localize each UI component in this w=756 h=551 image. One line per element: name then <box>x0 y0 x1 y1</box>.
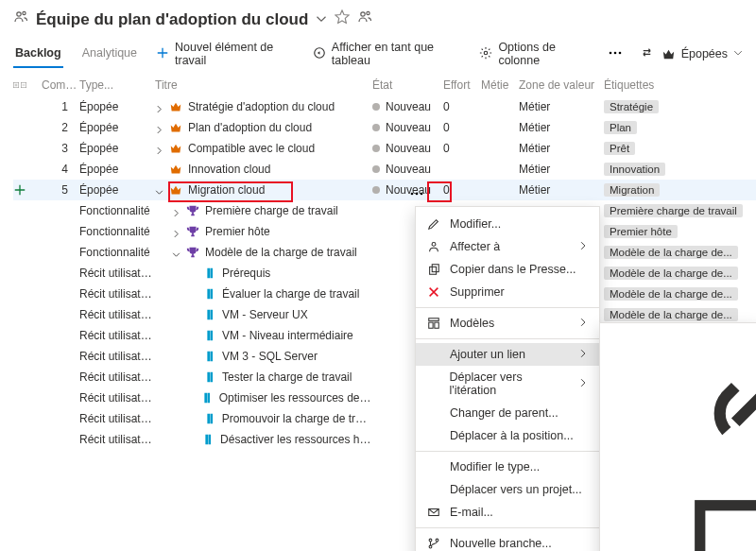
book-icon <box>203 412 216 425</box>
table-row[interactable]: 4ÉpopéeInnovation cloudNouveauMétierInno… <box>13 159 756 180</box>
menu-move-position[interactable]: Déplacer à la position... <box>416 424 599 447</box>
state-dot-icon <box>372 103 380 111</box>
row-area: Métier <box>519 183 604 197</box>
chevron-right-icon[interactable] <box>155 124 163 132</box>
row-title[interactable]: VM - Serveur UX <box>155 308 372 321</box>
row-title[interactable]: Premier hôte <box>155 225 372 238</box>
menu-move-iteration[interactable]: Déplacer vers l'itération <box>416 366 599 402</box>
row-title[interactable]: VM - Niveau intermédiaire <box>155 329 372 342</box>
scope-selector[interactable]: Épopées <box>662 47 743 61</box>
table-row[interactable]: 1ÉpopéeStratégie d'adoption du cloudNouv… <box>13 96 756 117</box>
row-title-text: VM - Serveur UX <box>222 308 308 321</box>
chevron-down-icon[interactable] <box>316 10 327 29</box>
row-title[interactable]: Compatible avec le cloud <box>155 142 372 155</box>
row-title-text: Première charge de travail <box>205 204 338 217</box>
menu-change-type[interactable]: Modifier le type... <box>416 456 599 478</box>
star-icon[interactable] <box>335 9 350 29</box>
menu-edit[interactable]: Modifier... <box>416 213 599 235</box>
col-type[interactable]: Type... <box>79 78 155 92</box>
chevron-right-icon[interactable] <box>172 207 180 215</box>
new-item-icon <box>611 488 756 551</box>
menu-move-project[interactable]: Déplacer vers un projet... <box>416 478 599 501</box>
context-menu: Modifier... Affecter à Copier dans le Pr… <box>415 206 600 551</box>
gear-icon <box>479 46 492 62</box>
table-row[interactable]: 3ÉpopéeCompatible avec le cloudNouveau0M… <box>13 138 756 159</box>
row-title[interactable]: Plan d'adoption du cloud <box>155 121 372 134</box>
row-type: Récit utilisateur <box>79 308 155 321</box>
expand-all[interactable] <box>13 80 26 90</box>
menu-copy[interactable]: Copier dans le Presse... <box>416 258 599 281</box>
row-state: Nouveau <box>372 100 443 113</box>
chevron-right-icon[interactable] <box>155 103 163 112</box>
table-row[interactable]: Récit utilisateurÉvaluer la charge de tr… <box>13 284 756 304</box>
row-title[interactable]: Évaluer la charge de travail <box>155 287 372 301</box>
tab-backlog[interactable]: Backlog <box>13 41 63 67</box>
switch-icon[interactable] <box>640 45 654 62</box>
plus-icon <box>156 46 169 62</box>
tab-analytics[interactable]: Analytique <box>80 41 139 67</box>
row-tag: Plan <box>604 121 756 134</box>
row-title[interactable]: Première charge de travail <box>155 204 372 217</box>
submenu-new-item[interactable]: Nouvel élément... <box>600 483 756 551</box>
menu-change-parent[interactable]: Changer de parent... <box>416 402 599 424</box>
row-title[interactable]: Migration cloud <box>155 183 372 197</box>
column-options-button[interactable]: Options de colonne <box>479 41 590 67</box>
book-icon <box>201 433 215 446</box>
col-effort[interactable]: Effort <box>443 78 481 92</box>
row-tag: Prêt <box>604 142 756 155</box>
row-area: Métier <box>519 163 604 176</box>
row-title[interactable]: VM 3 - SQL Server <box>155 350 372 363</box>
row-title[interactable]: Promouvoir la charge de travail <box>155 412 372 425</box>
row-title-text: Premier hôte <box>205 225 270 238</box>
board-icon <box>313 46 326 62</box>
row-title-text: Évaluer la charge de travail <box>222 287 359 301</box>
row-type: Récit utilisateur <box>79 350 155 363</box>
row-area: Métier <box>519 121 604 134</box>
row-title[interactable]: Innovation cloud <box>155 163 372 176</box>
menu-templates[interactable]: Modèles <box>416 312 599 335</box>
more-commands-button[interactable] <box>608 45 623 63</box>
row-title-text: Migration cloud <box>188 183 265 197</box>
row-title-text: Tester la charge de travail <box>222 370 352 384</box>
row-order: 2 <box>42 121 79 134</box>
chevron-down-icon <box>733 47 743 60</box>
chevron-right-icon[interactable] <box>155 145 163 153</box>
book-icon <box>203 267 216 280</box>
new-work-item-button[interactable]: Nouvel élément de travail <box>156 41 296 67</box>
menu-delete[interactable]: Supprimer <box>416 281 599 303</box>
chevron-right-icon[interactable] <box>172 228 180 236</box>
chevron-down-icon[interactable] <box>172 249 180 257</box>
row-tag: Modèle de la charge de... <box>604 267 756 280</box>
table-row[interactable]: FonctionnalitéModèle de la charge de tra… <box>13 242 756 263</box>
submenu-existing-item[interactable]: Élément existant... <box>600 329 756 483</box>
row-type: Fonctionnalité <box>79 204 155 217</box>
menu-email[interactable]: E-mail... <box>416 501 599 524</box>
view-as-board-button[interactable]: Afficher en tant que tableau <box>313 41 463 67</box>
col-state[interactable]: État <box>372 78 443 92</box>
table-row[interactable]: Récit utilisateurPrérequisMétierModèle d… <box>13 263 756 284</box>
table-row[interactable]: FonctionnalitéPremier hôteMétierPremier … <box>13 221 756 242</box>
row-title[interactable]: Prérequis <box>155 267 372 280</box>
table-row[interactable]: 5ÉpopéeMigration cloudNouveau0MétierMigr… <box>13 180 756 200</box>
team-settings-icon[interactable] <box>357 9 372 29</box>
col-order[interactable]: Commande <box>42 78 79 92</box>
row-title[interactable]: Désactiver les ressources hors service <box>155 433 372 446</box>
row-type: Récit utilisateur <box>79 433 155 446</box>
row-title[interactable]: Optimiser les ressources de la charge de… <box>155 391 372 405</box>
table-row[interactable]: FonctionnalitéPremière charge de travail… <box>13 200 756 221</box>
menu-add-link[interactable]: Ajouter un lien <box>416 343 599 366</box>
col-title[interactable]: Titre <box>155 78 372 92</box>
add-child-button[interactable] <box>13 183 26 197</box>
menu-assign[interactable]: Affecter à <box>416 235 599 258</box>
row-title[interactable]: Tester la charge de travail <box>155 370 372 384</box>
row-effort: 0 <box>443 183 481 197</box>
col-metier[interactable]: Métie <box>481 78 519 92</box>
col-area[interactable]: Zone de valeur <box>519 78 604 92</box>
row-title[interactable]: Modèle de la charge de travail <box>155 246 372 259</box>
row-title[interactable]: Stratégie d'adoption du cloud <box>155 100 372 113</box>
chevron-down-icon[interactable] <box>155 186 163 195</box>
row-actions-button[interactable] <box>408 185 425 202</box>
table-row[interactable]: 2ÉpopéePlan d'adoption du cloudNouveau0M… <box>13 117 756 138</box>
menu-new-branch[interactable]: Nouvelle branche... <box>416 532 599 551</box>
col-tags[interactable]: Étiquettes <box>604 78 756 92</box>
